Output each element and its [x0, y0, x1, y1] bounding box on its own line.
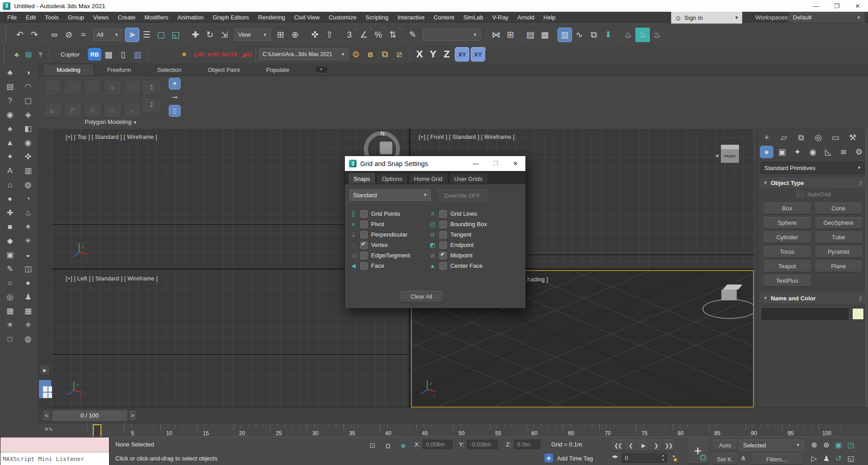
snap-option-row[interactable]: ⧄ Midpoint — [428, 250, 487, 261]
current-frame-field[interactable]: 0 — [622, 453, 667, 463]
select-and-scale-icon[interactable]: ⇲ — [217, 28, 232, 42]
dialog-tab[interactable]: Snaps — [348, 172, 376, 184]
edit-named-selection-sets-icon[interactable]: ✎ — [405, 28, 420, 42]
snap-checkbox[interactable] — [360, 210, 367, 218]
dim-angle-icon[interactable]: ∠45 — [193, 48, 205, 60]
xy-snap-button[interactable]: XY⌒ — [471, 47, 485, 62]
notes-icon[interactable]: ▤ — [23, 48, 34, 60]
workspace-dropdown[interactable]: Default ▼ — [789, 13, 864, 22]
select-by-name-icon[interactable]: ☰ — [139, 28, 154, 42]
ribbon-button-disabled[interactable]: ● — [124, 102, 141, 118]
left-toolbar-icon[interactable]: ▦ — [20, 304, 36, 318]
left-toolbar-icon[interactable]: ✶ — [20, 220, 36, 233]
select-and-link-icon[interactable]: ∞ — [47, 28, 62, 42]
left-toolbar-icon[interactable]: ♟ — [20, 290, 36, 304]
select-and-rotate-icon[interactable]: ↻ — [203, 28, 217, 42]
left-toolbar-icon[interactable]: ◉ — [2, 108, 18, 121]
ribbon-button-disabled[interactable]: ⊞ — [104, 102, 121, 118]
category-dropdown[interactable]: Standard Primitives ▼ — [761, 162, 865, 174]
override-off-button[interactable]: Override OFF — [438, 189, 487, 202]
help-icon[interactable]: ? — [34, 48, 46, 60]
snap-checkbox[interactable] — [360, 252, 367, 259]
key-mode-toggle-icon[interactable]: ◀▶ — [612, 454, 618, 459]
rendered-frame-window-icon[interactable]: ♨ — [635, 28, 650, 42]
space-warps-icon[interactable]: ≋ — [837, 146, 850, 158]
left-toolbar-icon[interactable]: ✚ — [2, 206, 18, 219]
viewport-perspective-label-partial[interactable]: hading ] — [527, 276, 548, 283]
create-tab-icon[interactable]: + — [760, 131, 773, 144]
left-toolbar-icon[interactable]: ◍ — [20, 332, 36, 346]
frame-marker[interactable] — [93, 424, 101, 437]
note-icon[interactable]: NOTE — [222, 48, 238, 60]
previous-frame-arrow[interactable]: < — [43, 411, 50, 421]
left-toolbar-icon[interactable]: ● — [2, 192, 18, 205]
menu-item[interactable]: Help — [539, 12, 560, 24]
snap-checkbox[interactable] — [439, 221, 447, 228]
unlink-selection-icon[interactable]: ⊘ — [62, 28, 76, 42]
utilities-tab-icon[interactable]: ⚒ — [846, 131, 859, 144]
ribbon-tab[interactable]: Selection — [144, 64, 195, 76]
menu-item[interactable]: Interactive — [393, 12, 429, 24]
menu-item[interactable]: Modifiers — [140, 12, 173, 24]
goto-end-icon[interactable]: ❯❯ — [663, 440, 674, 451]
primitive-button[interactable]: Pyramid — [815, 246, 863, 257]
menu-item[interactable]: Customize — [324, 12, 361, 24]
track-bar[interactable]: ≡∿ 5101520253035404550556065707580859095… — [38, 423, 868, 437]
spinner-down-icon[interactable]: ▼ — [662, 458, 665, 462]
door-icon[interactable]: ▯ — [116, 47, 130, 62]
snap-option-row[interactable]: ⣿ Grid Points — [348, 209, 410, 219]
reference-coordinate-dropdown[interactable]: View ▼ — [234, 29, 271, 41]
menu-item[interactable]: File — [3, 12, 21, 24]
previous-frame-icon[interactable]: ❮ — [625, 440, 636, 451]
ribbon-button-disabled[interactable]: ■ — [104, 80, 121, 95]
script-folder-icon[interactable]: ⧇ — [363, 47, 377, 62]
slope-icon[interactable]: ◢45 — [241, 48, 253, 60]
y-coord-field[interactable]: -0.036m — [467, 440, 498, 449]
maxscript-mini-listener[interactable]: MAXScript Mini Listener — [0, 437, 110, 465]
snap-option-row[interactable]: ⊙ Tangent — [428, 229, 487, 240]
left-toolbar-icon[interactable]: ▣ — [2, 248, 18, 261]
time-slider-handle[interactable]: 0 / 100 — [52, 410, 127, 421]
primitive-button[interactable]: Tube — [815, 232, 863, 243]
left-toolbar-icon[interactable]: ○ — [2, 276, 18, 289]
snap-option-row[interactable]: ▲ Center Face — [428, 261, 487, 271]
viewcube-top-face[interactable] — [380, 142, 392, 154]
snap-checkbox[interactable] — [360, 262, 367, 270]
primitive-button[interactable]: TextPlus — [763, 275, 811, 286]
snap-checkbox[interactable] — [439, 252, 447, 259]
named-selection-sets-dropdown[interactable]: ▼ — [423, 29, 481, 41]
walk-through-icon[interactable]: ♟ — [820, 452, 832, 464]
snap-checkbox[interactable] — [439, 210, 447, 218]
left-toolbar-icon[interactable]: ◈ — [20, 108, 36, 121]
left-toolbar-icon[interactable]: ■ — [2, 220, 18, 233]
left-toolbar-icon[interactable]: ◑ — [20, 66, 36, 79]
viewport-front-label[interactable]: [+] [ Front ] [ Standard ] [ Wireframe ] — [419, 134, 515, 140]
ribbon-button-disabled[interactable]: ◣ — [44, 102, 62, 118]
left-toolbar-icon[interactable]: ◉ — [20, 136, 36, 149]
menu-item[interactable]: SimLab — [459, 12, 488, 24]
left-toolbar-icon[interactable]: ✎ — [2, 262, 18, 275]
rectangular-selection-region-icon[interactable]: ▢ — [154, 28, 168, 42]
cabinet-icon[interactable]: ▦ — [101, 47, 116, 62]
name-color-rollout[interactable]: ▼ Name and Color ⣿ — [760, 293, 866, 304]
left-toolbar-icon[interactable]: ✳ — [20, 318, 36, 332]
script-paste-icon[interactable]: ⧄ — [392, 47, 406, 62]
menu-item[interactable]: Animation — [173, 12, 208, 24]
snap-option-row[interactable]: ⋏ Pivot — [348, 219, 410, 229]
set-key-mode-button[interactable]: Set K. — [713, 454, 737, 465]
xy-plane-constraint-button[interactable]: XY — [455, 47, 469, 62]
dialog-tab[interactable]: Options — [377, 173, 408, 184]
left-toolbar-icon[interactable]: ◆ — [2, 234, 18, 247]
viewcube[interactable]: FRONT ◀ — [719, 145, 742, 168]
menu-item[interactable]: Create — [113, 12, 140, 24]
filters-button[interactable]: Filters... — [751, 454, 802, 465]
menu-item[interactable]: Arnold — [513, 12, 539, 24]
left-toolbar-icon[interactable]: ✦ — [2, 150, 18, 163]
left-toolbar-icon[interactable]: ♣ — [2, 66, 18, 79]
close-button[interactable]: ✕ — [847, 0, 868, 12]
sign-in-dropdown[interactable]: ☺ Sign In ▼ — [671, 12, 742, 24]
zoom-extents-icon[interactable]: ▣ — [833, 439, 844, 451]
left-toolbar-icon[interactable]: ? — [2, 94, 18, 107]
menu-item[interactable]: Rendering — [253, 12, 290, 24]
restore-button[interactable]: ❐ — [826, 0, 847, 12]
